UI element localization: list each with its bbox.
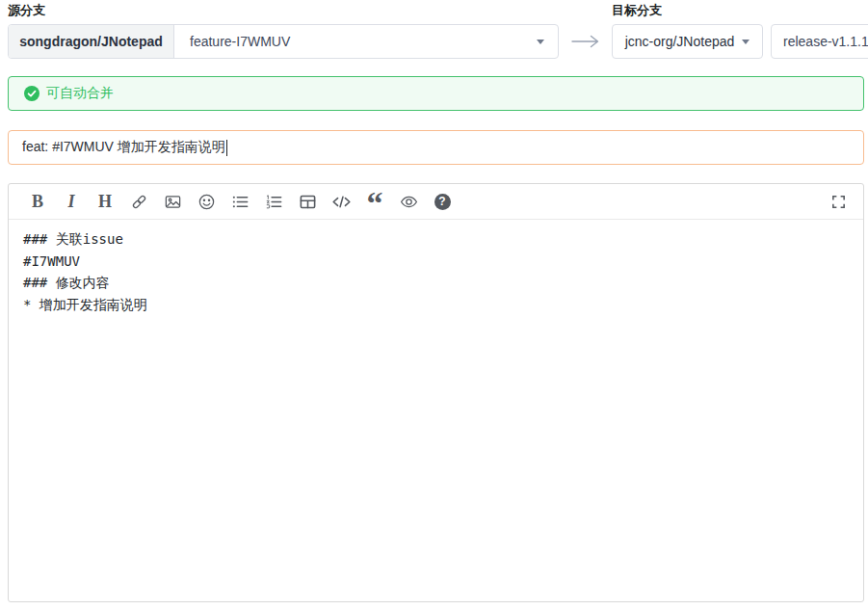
description-editor: B I H [8,183,864,602]
editor-line: ### 修改内容 [23,272,849,294]
target-repo-select[interactable]: jcnc-org/JNotepad [612,24,763,59]
description-textarea[interactable]: ### 关联issue #I7WMUV ### 修改内容 * 增加开发指南说明 [9,220,863,601]
editor-line: ### 关联issue [23,228,849,251]
target-branch-select[interactable]: release-v1.1.11 [771,24,868,59]
chevron-down-icon [537,40,544,44]
code-icon [331,193,352,211]
quote-icon: “ [367,203,383,215]
target-branch-group: 目标分支 jcnc-org/JNotepad release-v1.1.11 [612,3,864,59]
quote-button[interactable]: “ [363,189,386,214]
unordered-list-button[interactable] [228,189,251,214]
editor-line: * 增加开发指南说明 [23,294,849,316]
fullscreen-icon [830,194,847,210]
source-branch-label: 源分支 [8,3,559,17]
image-button[interactable] [161,189,184,214]
help-icon: ? [434,194,451,210]
bold-icon: B [32,193,43,210]
emoji-icon [197,193,216,211]
target-repo-value: jcnc-org/JNotepad [625,34,735,49]
emoji-button[interactable] [195,189,218,214]
code-button[interactable] [329,189,353,214]
image-icon [164,193,182,211]
heading-button[interactable]: H [93,189,117,214]
italic-button[interactable]: I [60,189,83,214]
pr-title-value: feat: #I7WMUV 增加开发指南说明 [22,139,225,156]
italic-icon: I [67,193,74,210]
preview-button[interactable] [397,189,420,214]
table-button[interactable] [296,189,319,214]
ordered-list-button[interactable] [262,189,285,214]
source-branch-control: songdragon/JNotepad feature-I7WMUV [8,24,559,59]
table-icon [299,193,317,211]
success-check-icon [24,86,39,101]
fullscreen-button[interactable] [827,189,850,214]
link-icon [130,193,148,211]
merge-direction-arrow-zone [559,24,612,59]
merge-status-banner: 可自动合并 [8,76,864,111]
source-branch-group: 源分支 songdragon/JNotepad feature-I7WMUV [8,3,559,59]
unordered-list-icon [231,193,250,211]
pr-title-input[interactable]: feat: #I7WMUV 增加开发指南说明 [8,130,864,165]
source-repo-box: songdragon/JNotepad [9,25,174,58]
target-branch-label: 目标分支 [612,3,864,17]
target-branch-controls: jcnc-org/JNotepad release-v1.1.11 [612,24,864,59]
branch-selection-row: 源分支 songdragon/JNotepad feature-I7WMUV 目… [8,3,864,59]
help-button[interactable]: ? [431,189,454,214]
editor-toolbar: B I H [9,184,863,220]
source-branch-value: feature-I7WMUV [190,34,290,49]
target-branch-value: release-v1.1.11 [783,34,868,49]
link-button[interactable] [127,189,150,214]
arrow-right-icon [571,35,600,48]
merge-status-text: 可自动合并 [46,85,114,102]
text-cursor [226,140,227,156]
preview-eye-icon [399,193,419,211]
source-branch-select[interactable]: feature-I7WMUV [174,25,558,58]
heading-icon: H [98,193,112,210]
ordered-list-icon [265,193,283,211]
pull-request-form: 源分支 songdragon/JNotepad feature-I7WMUV 目… [0,0,868,602]
chevron-down-icon [742,40,750,44]
bold-button[interactable]: B [26,189,49,214]
editor-line: #I7WMUV [23,251,849,273]
